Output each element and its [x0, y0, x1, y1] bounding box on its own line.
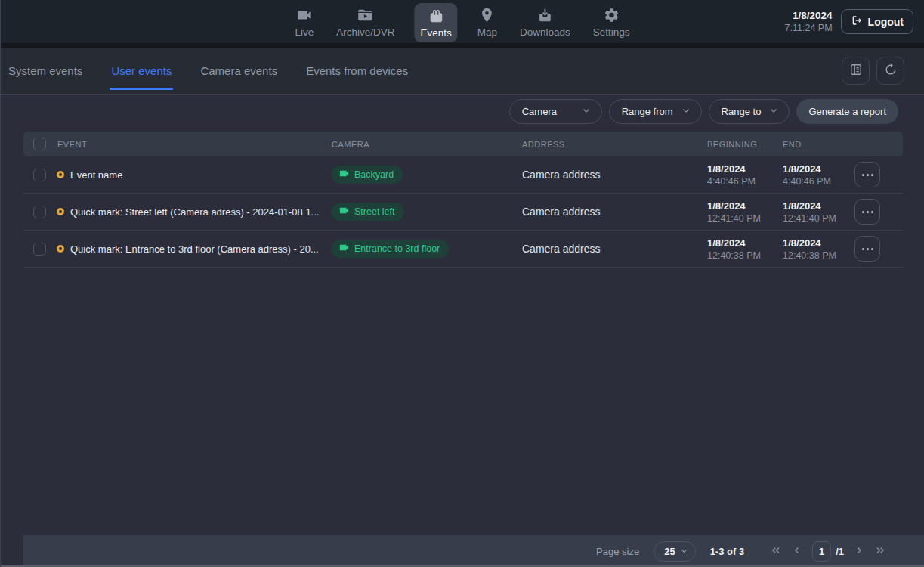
camera-badge[interactable]: Street left: [332, 203, 404, 221]
table-row[interactable]: Event name Backyard Camera address 1/8/2…: [23, 156, 903, 194]
download-tray-icon: [536, 7, 553, 23]
column-header-beginning: BEGINNING: [707, 140, 783, 149]
row-checkbox[interactable]: [33, 206, 46, 218]
total-pages: /1: [836, 546, 844, 557]
nav-label: Map: [477, 26, 497, 38]
column-header-camera: CAMERA: [332, 140, 522, 149]
row-checkbox[interactable]: [33, 169, 46, 181]
map-pin-icon: [479, 7, 496, 23]
column-header-end: END: [783, 140, 854, 149]
chevron-right-icon: [854, 545, 864, 558]
camera-badge-label: Backyard: [354, 169, 394, 180]
chevron-down-icon: [680, 546, 688, 557]
camera-filter-label: Camera: [522, 106, 557, 117]
nav-item-archive-dvr[interactable]: Archive/DVR: [333, 0, 397, 38]
end-datetime: 1/8/2024 12:40:38 PM: [783, 237, 854, 261]
logout-label: Logout: [868, 16, 904, 28]
filter-row: Camera Range from Range to Generate a re…: [1, 95, 924, 132]
camera-address: Camera address: [522, 169, 707, 181]
page-size-dropdown[interactable]: 25: [654, 541, 695, 562]
camera-badge[interactable]: Entrance to 3rd floor: [332, 240, 449, 258]
main-nav: Live Archive/DVR Events Map: [292, 0, 632, 43]
last-page-button[interactable]: [874, 545, 886, 558]
nav-label: Live: [295, 26, 314, 38]
camera-address: Camera address: [522, 206, 707, 218]
column-header-event: EVENT: [57, 140, 332, 149]
event-name: Event name: [70, 169, 122, 181]
user-event-marker-icon: [57, 245, 64, 253]
pagination-bar: Page size 25 1-3 of 3 1 /1: [23, 535, 924, 567]
chevron-down-icon: [768, 105, 779, 118]
table-row[interactable]: Quick mark: Street left (Camera adress) …: [23, 194, 903, 231]
range-from-dropdown[interactable]: Range from: [609, 99, 702, 124]
tab-system-events[interactable]: System events: [7, 48, 84, 94]
row-actions-button[interactable]: [854, 199, 880, 225]
page-size-label: Page size: [596, 546, 639, 557]
event-tabs: System events User events Camera events …: [7, 48, 409, 94]
beginning-datetime: 1/8/2024 12:40:38 PM: [707, 237, 783, 261]
beginning-datetime: 1/8/2024 4:40:46 PM: [707, 163, 783, 187]
event-name: Quick mark: Street left (Camera adress) …: [70, 206, 319, 218]
first-page-button[interactable]: [770, 545, 782, 558]
gear-icon: [603, 7, 620, 23]
camera-badge-label: Street left: [354, 206, 395, 217]
column-header-address: ADDRESS: [522, 140, 707, 149]
range-to-label: Range to: [722, 106, 762, 117]
select-all-checkbox[interactable]: [33, 138, 46, 150]
camera-badge-label: Entrance to 3rd floor: [354, 243, 440, 254]
events-table: EVENT CAMERA ADDRESS BEGINNING END Event…: [23, 132, 903, 268]
prev-page-button[interactable]: [792, 545, 802, 558]
refresh-button[interactable]: [876, 57, 904, 85]
results-range: 1-3 of 3: [710, 546, 745, 557]
table-header: EVENT CAMERA ADDRESS BEGINNING END: [23, 132, 903, 156]
events-content: Camera Range from Range to Generate a re…: [1, 95, 924, 567]
refresh-icon: [883, 62, 898, 79]
range-from-label: Range from: [622, 106, 673, 117]
camera-filter-dropdown[interactable]: Camera: [509, 99, 602, 124]
nav-label: Downloads: [520, 26, 570, 38]
beginning-datetime: 1/8/2024 12:41:40 PM: [707, 200, 783, 224]
end-datetime: 1/8/2024 4:40:46 PM: [783, 163, 854, 187]
range-to-dropdown[interactable]: Range to: [709, 99, 790, 124]
tab-camera-events[interactable]: Camera events: [199, 48, 279, 94]
report-log-button[interactable]: [842, 57, 870, 85]
chevron-left-icon: [792, 545, 802, 558]
nav-label: Events: [420, 27, 451, 39]
archive-folder-icon: [357, 7, 374, 23]
chevron-down-icon: [681, 105, 691, 118]
report-log-icon: [848, 62, 864, 79]
row-actions-button[interactable]: [854, 236, 880, 262]
nav-item-map[interactable]: Map: [474, 0, 500, 38]
event-name: Quick mark: Entrance to 3rd floor (Camer…: [70, 243, 319, 255]
nav-item-live[interactable]: Live: [292, 0, 317, 38]
row-checkbox[interactable]: [33, 243, 46, 256]
camera-badge[interactable]: Backyard: [332, 166, 403, 184]
row-actions-button[interactable]: [854, 162, 880, 187]
current-time: 7:11:24 PM: [785, 22, 833, 34]
user-event-marker-icon: [57, 208, 64, 215]
tab-events-from-devices[interactable]: Events from devices: [304, 48, 409, 94]
camera-address: Camera address: [522, 243, 707, 255]
camera-icon: [338, 168, 350, 181]
nav-item-downloads[interactable]: Downloads: [517, 0, 573, 38]
datetime-display: 1/8/2024 7:11:24 PM: [785, 9, 833, 35]
nav-label: Settings: [593, 26, 630, 38]
tab-actions: [842, 57, 904, 85]
end-datetime: 1/8/2024 12:41:40 PM: [783, 200, 854, 224]
tab-user-events[interactable]: User events: [110, 48, 173, 94]
nav-item-events[interactable]: Events: [414, 3, 457, 42]
pager-controls: 1 /1: [770, 541, 886, 562]
chevron-down-icon: [581, 105, 592, 118]
top-bar-right: 1/8/2024 7:11:24 PM Logout: [785, 0, 913, 43]
camera-icon: [338, 205, 350, 218]
tab-bar: System events User events Camera events …: [1, 48, 924, 94]
app-window: Live Archive/DVR Events Map: [0, 0, 924, 567]
nav-item-settings[interactable]: Settings: [590, 0, 633, 38]
current-page-input[interactable]: 1: [812, 541, 831, 562]
table-row[interactable]: Quick mark: Entrance to 3rd floor (Camer…: [23, 231, 903, 268]
generate-report-button[interactable]: Generate a report: [796, 99, 898, 124]
double-chevron-left-icon: [770, 545, 782, 558]
user-event-marker-icon: [57, 171, 64, 178]
logout-button[interactable]: Logout: [841, 9, 913, 34]
next-page-button[interactable]: [854, 545, 864, 558]
